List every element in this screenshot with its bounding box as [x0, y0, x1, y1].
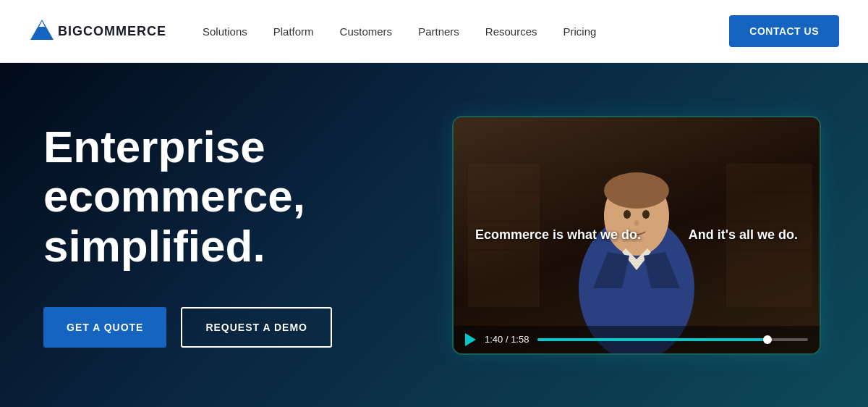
video-text-right: And it's all we do.: [689, 226, 798, 244]
nav-pricing[interactable]: Pricing: [563, 25, 597, 38]
headline-line3: simplified.: [43, 221, 265, 271]
nav-platform[interactable]: Platform: [273, 25, 314, 38]
hero-buttons: GET A QUOTE REQUEST A DEMO: [43, 307, 420, 348]
nav-resources[interactable]: Resources: [485, 25, 537, 38]
logo-big-text: BIG: [58, 24, 83, 39]
contact-us-button[interactable]: CONTACT US: [729, 15, 839, 47]
hero-headline: Enterprise ecommerce, simplified.: [43, 122, 420, 271]
logo-commerce-text: COMMERCE: [83, 24, 166, 39]
headline-line2: ecommerce,: [43, 171, 305, 221]
logo[interactable]: BIG COMMERCE: [29, 18, 166, 44]
hero-section: Enterprise ecommerce, simplified. GET A …: [0, 63, 868, 407]
video-background: Ecommerce is what we do. And it's all we…: [454, 117, 820, 353]
nav-solutions[interactable]: Solutions: [203, 25, 247, 38]
headline-line1: Enterprise: [43, 122, 265, 172]
video-card[interactable]: Ecommerce is what we do. And it's all we…: [452, 116, 821, 355]
nav-partners[interactable]: Partners: [418, 25, 459, 38]
navigation: BIG COMMERCE Solutions Platform Customer…: [0, 0, 868, 63]
get-quote-button[interactable]: GET A QUOTE: [43, 307, 166, 348]
video-controls: 1:40 / 1:58: [454, 326, 820, 353]
nav-links: Solutions Platform Customers Partners Re…: [203, 25, 729, 38]
hero-video-area: Ecommerce is what we do. And it's all we…: [448, 116, 825, 355]
progress-handle[interactable]: [763, 335, 772, 344]
video-text-left: Ecommerce is what we do.: [475, 226, 641, 244]
progress-fill: [537, 338, 767, 341]
request-demo-button[interactable]: REQUEST A DEMO: [181, 307, 332, 348]
hero-content: Enterprise ecommerce, simplified. GET A …: [43, 122, 448, 348]
nav-customers[interactable]: Customers: [340, 25, 393, 38]
progress-bar[interactable]: [537, 338, 808, 341]
video-time: 1:40 / 1:58: [485, 334, 529, 345]
play-icon[interactable]: [465, 333, 476, 346]
